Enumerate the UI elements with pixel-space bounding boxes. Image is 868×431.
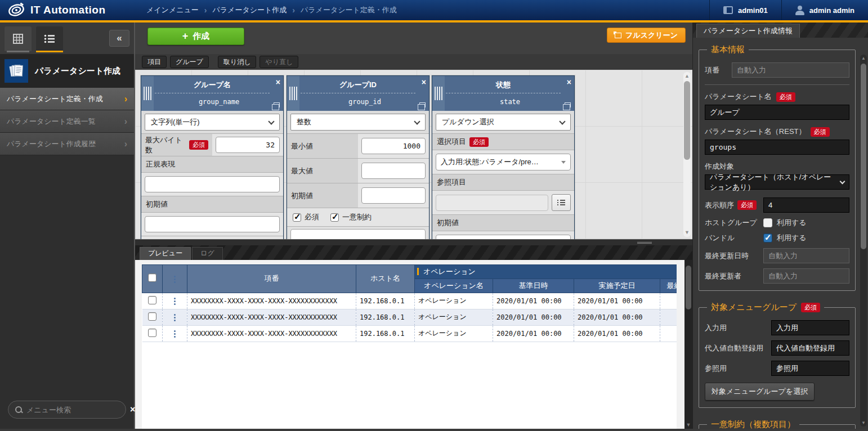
for-substitution-value[interactable]: 代入値自動登録用 <box>771 340 849 356</box>
cell-scheduled-date: 2020/01/01 00:00 <box>574 325 660 342</box>
user-name: admin admin <box>809 6 854 15</box>
row-checkbox[interactable] <box>148 296 156 304</box>
close-icon[interactable] <box>276 78 280 86</box>
max-value-input[interactable] <box>361 163 426 179</box>
sidebar-item-creation-history[interactable]: パラメータシート作成履歴 <box>0 133 134 155</box>
bundle-checkbox[interactable] <box>763 234 772 243</box>
preview-scroll-thumb[interactable] <box>686 266 691 309</box>
col-header-base-datetime[interactable]: 基準日時 <box>493 279 574 293</box>
add-item-button[interactable]: 項目 <box>142 56 167 68</box>
user-menu[interactable]: admin admin <box>781 0 868 20</box>
sidebar-item-definition-list[interactable]: パラメータシート定義一覧 <box>0 110 134 133</box>
tab-creation-info[interactable]: パラメータシート作成情報 <box>696 24 800 38</box>
default-value-input[interactable] <box>361 187 426 204</box>
drag-handle-icon[interactable] <box>287 76 299 111</box>
panel-scroll-thumb[interactable] <box>861 64 866 249</box>
scroll-up-icon[interactable] <box>683 73 691 80</box>
close-icon[interactable] <box>567 78 571 86</box>
drag-handle-icon[interactable] <box>141 76 154 111</box>
min-value-input[interactable]: 1000 <box>361 138 426 154</box>
tab-grid-view[interactable] <box>5 26 32 51</box>
tab-list-view[interactable] <box>36 26 63 51</box>
canvas-scroll-thumb[interactable] <box>684 81 690 160</box>
row-menu-icon[interactable] <box>174 314 176 321</box>
workspace-name: admin01 <box>738 6 768 15</box>
bundle-label: バンドル <box>705 233 763 243</box>
col-header-last[interactable]: 最終 <box>660 279 677 293</box>
required-checkbox[interactable] <box>293 213 301 222</box>
drag-handle-icon[interactable] <box>432 76 445 111</box>
app-logo[interactable]: IT Automation <box>0 0 135 20</box>
choice-items-label: 選択項目 <box>437 137 466 147</box>
cell-host: 192.168.0.1 <box>356 309 415 325</box>
undo-button[interactable]: 取り消し <box>218 56 257 68</box>
scroll-down-icon[interactable] <box>684 422 692 428</box>
scroll-down-icon[interactable] <box>683 229 691 236</box>
tab-log[interactable]: ログ <box>192 247 223 260</box>
choice-items-select[interactable]: 入力用:状態:パラメータ/pre… <box>436 154 571 170</box>
preview-table: 項番 ホスト名 オペレーション オペレーション名 基準日時 実施予定日 最終 <box>142 264 677 342</box>
row-checkbox[interactable] <box>148 329 156 337</box>
it-automation-logo-icon <box>8 2 25 19</box>
default-value-select[interactable] <box>436 235 571 239</box>
col-header-operation-name[interactable]: オペレーション名 <box>415 279 493 293</box>
sheet-name-input[interactable]: グループ <box>705 105 849 120</box>
preview-scrollbar[interactable] <box>684 260 692 429</box>
creation-target-select[interactable]: パラメータシート（ホスト/オペレーションあり） <box>705 174 849 190</box>
default-value-input[interactable] <box>145 216 280 232</box>
item-no-label: 項番 <box>705 65 732 75</box>
rename-icon[interactable] <box>419 102 426 107</box>
panel-splitter[interactable] <box>135 239 692 245</box>
sidebar-item-definition-create[interactable]: パラメータシート定義・作成 <box>0 88 134 110</box>
scroll-up-icon[interactable] <box>860 56 867 61</box>
sheet-editor-canvas[interactable]: グループ名 group_name 文字列(単一行) 最大バイト数 <box>135 70 692 239</box>
fullscreen-button[interactable]: フルスクリーン <box>607 28 686 43</box>
breadcrumb-main-menu[interactable]: メインメニュー <box>146 5 199 15</box>
regex-input[interactable] <box>145 176 280 192</box>
menu-search-input[interactable] <box>26 406 126 414</box>
column-type-select[interactable]: 整数 <box>290 114 426 131</box>
app-title: IT Automation <box>30 4 106 16</box>
select-all-checkbox[interactable] <box>148 273 156 282</box>
group-accent-icon <box>417 268 419 275</box>
row-menu-icon[interactable] <box>174 330 176 338</box>
canvas-scrollbar[interactable] <box>683 72 691 237</box>
breadcrumb-parameter-sheet[interactable]: パラメータシート作成 <box>213 5 287 15</box>
max-bytes-input[interactable]: 32 <box>216 137 280 153</box>
row-checkbox[interactable] <box>148 312 156 321</box>
description-textarea[interactable]: 説明 <box>290 229 426 239</box>
for-reference-value[interactable]: 参照用 <box>771 361 849 376</box>
column-type-select[interactable]: 文字列(単一行) <box>145 114 280 131</box>
display-order-input[interactable]: 4 <box>763 197 849 213</box>
reference-items-select-button[interactable] <box>552 194 571 211</box>
choice-items-value: 入力用:状態:パラメータ/pre… <box>441 157 539 167</box>
close-icon[interactable] <box>422 78 426 86</box>
sheet-rest-name-input[interactable]: groups <box>705 140 849 155</box>
add-group-button[interactable]: グループ <box>170 56 209 68</box>
column-card-header: グループID group_id <box>287 76 429 111</box>
select-target-menu-group-button[interactable]: 対象メニューグループを選択 <box>705 383 815 401</box>
col-header-host[interactable]: ホスト名 <box>356 264 415 293</box>
create-button[interactable]: 作成 <box>147 28 244 45</box>
rename-icon[interactable] <box>274 102 280 107</box>
clear-search-icon[interactable] <box>130 405 135 415</box>
cell-operation: オペレーション <box>415 293 493 309</box>
required-badge: 必須 <box>737 200 757 210</box>
section-divider <box>705 84 849 85</box>
rename-icon[interactable] <box>565 102 571 107</box>
col-header-item-no[interactable]: 項番 <box>187 264 356 293</box>
unique-checkbox[interactable] <box>330 213 339 222</box>
main-content: 作成 フルスクリーン 項目 グループ 取り消し やり直し グループ名 <box>135 23 692 429</box>
for-input-value[interactable]: 入力用 <box>771 320 849 335</box>
cell-scheduled-date: 2020/01/01 00:00 <box>574 293 660 309</box>
column-type-value: プルダウン選択 <box>442 117 494 127</box>
workspace-menu[interactable]: admin01 <box>709 0 781 20</box>
panel-scrollbar[interactable] <box>860 55 867 426</box>
row-menu-icon[interactable] <box>174 298 176 305</box>
col-header-scheduled-date[interactable]: 実施予定日 <box>574 279 660 293</box>
host-group-checkbox[interactable] <box>763 218 772 227</box>
collapse-sidebar-icon[interactable] <box>109 30 129 47</box>
column-type-select[interactable]: プルダウン選択 <box>436 114 571 131</box>
tab-preview[interactable]: プレビュー <box>140 247 191 260</box>
scroll-down-icon[interactable] <box>860 420 867 425</box>
